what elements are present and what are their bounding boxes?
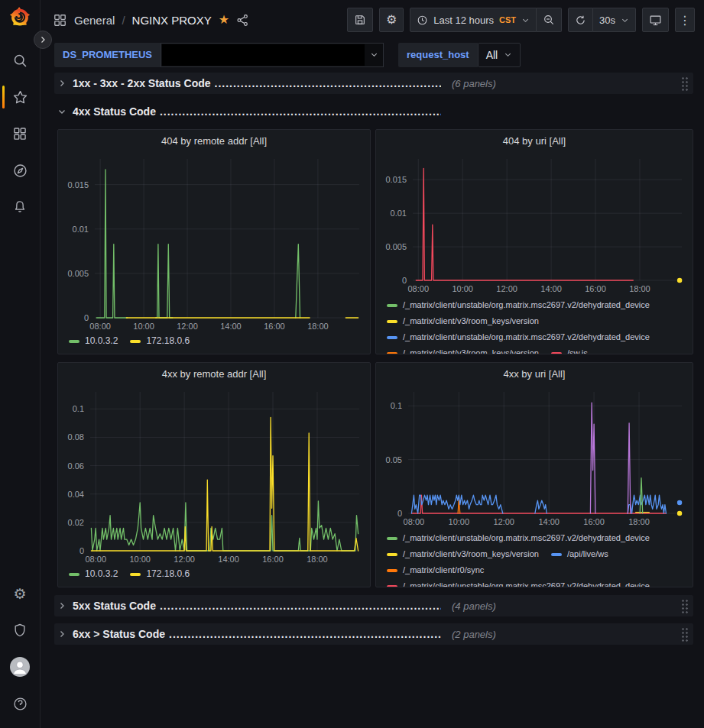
breadcrumb-separator: / (122, 14, 125, 27)
svg-text:08:00: 08:00 (407, 284, 429, 293)
row-drag-handle[interactable] (681, 627, 689, 642)
chevron-down-icon (365, 50, 383, 59)
star-icon (12, 89, 28, 105)
legend-item[interactable]: /_matrix/client/unstable/org.matrix.msc2… (387, 530, 650, 546)
chart-area[interactable]: 08:0010:0012:0014:0016:0018:0000.0050.01… (58, 151, 370, 333)
dashboard-title[interactable]: NGINX PROXY (132, 14, 212, 27)
ds-prometheus-select[interactable] (161, 43, 384, 67)
legend-series-dash (387, 585, 397, 587)
sidebar-item-dashboards[interactable] (0, 115, 40, 152)
svg-text:18:00: 18:00 (307, 322, 329, 331)
legend-item[interactable]: /_matrix/client/unstable/org.matrix.msc2… (387, 329, 650, 345)
chart-area[interactable]: 08:0010:0012:0014:0016:0018:0000.050.1 (376, 384, 693, 529)
main-area: General / NGINX PROXY ★ ⚙ (41, 0, 704, 728)
monitor-icon (649, 14, 662, 27)
panel-title[interactable]: 404 by remote addr [All] (58, 130, 370, 151)
panel-title[interactable]: 4xx by uri [All] (376, 363, 693, 384)
timeseries-chart: 08:0010:0012:0014:0016:0018:0000.050.1 (379, 384, 689, 529)
sidebar-item-help[interactable] (0, 685, 40, 722)
variable-request-host: request_host All (398, 43, 521, 67)
apps-grid-icon (12, 126, 28, 141)
legend-item[interactable]: /api/live/ws (551, 546, 608, 562)
sidebar-item-server-admin[interactable] (0, 612, 40, 649)
legend-item[interactable]: 10.0.3.2 (69, 333, 118, 349)
legend-series-label: /_matrix/client/v3/room_keys/version (403, 546, 539, 562)
zoom-out-time-button[interactable] (537, 8, 562, 32)
row-title-group: 5xx Status Code ........................… (73, 600, 441, 612)
timeseries-chart: 08:0010:0012:0014:0016:0018:0000.0050.01… (61, 151, 367, 333)
panel-legend: 10.0.3.2172.18.0.6 (58, 333, 370, 354)
row-1xx-3xx-2xx[interactable]: 1xx - 3xx - 2xx Status Code ............… (54, 73, 693, 94)
legend-item[interactable]: /_matrix/client/v3/room_keys/version (387, 345, 539, 354)
chart-area[interactable]: 08:0010:0012:0014:0016:0018:0000.020.040… (58, 384, 370, 566)
grafana-logo[interactable] (9, 7, 31, 28)
save-dashboard-button[interactable] (347, 8, 373, 32)
sidebar-item-explore[interactable] (0, 152, 40, 189)
legend-item[interactable]: /_matrix/client/v3/room_keys/version (387, 546, 539, 562)
panel-legend: 10.0.3.2172.18.0.6 (58, 566, 370, 587)
legend-series-dash (387, 569, 397, 572)
svg-text:0: 0 (402, 276, 407, 285)
chart-area[interactable]: 08:0010:0012:0014:0016:0018:0000.0050.01… (376, 151, 693, 296)
row-panel-count: (6 panels) (452, 78, 496, 89)
avatar (10, 657, 30, 677)
svg-text:0.005: 0.005 (67, 269, 89, 278)
row-drag-handle[interactable] (681, 599, 689, 613)
legend-series-label: /_matrix/client/unstable/org.matrix.msc2… (403, 578, 650, 587)
legend-item[interactable]: /_matrix/client/v3/room_keys/version (387, 313, 539, 329)
panel-4xx-by-remote-addr: 4xx by remote addr [All] 08:0010:0012:00… (57, 362, 371, 587)
svg-text:0.015: 0.015 (67, 180, 89, 189)
svg-text:08:00: 08:00 (404, 517, 425, 526)
sidebar-item-starred[interactable] (0, 79, 40, 115)
refresh-button[interactable] (568, 8, 593, 32)
legend-item[interactable]: /sw.js (551, 345, 588, 354)
sidebar-item-search[interactable] (0, 42, 40, 79)
legend-item[interactable]: /_matrix/client/unstable/org.matrix.msc2… (387, 297, 650, 313)
legend-item[interactable]: 10.0.3.2 (69, 566, 118, 582)
svg-text:0.08: 0.08 (68, 432, 84, 442)
kiosk-mode-button[interactable] (642, 8, 669, 32)
request-host-value: All (486, 49, 498, 61)
row-6xx[interactable]: 6xx > Status Code ......................… (54, 623, 693, 645)
time-controls: Last 12 hours CST (410, 8, 562, 32)
favorite-star-icon[interactable]: ★ (219, 14, 229, 26)
legend-item[interactable]: 172.18.0.6 (130, 566, 190, 582)
legend-series-dash (69, 573, 79, 576)
kebab-icon: ⋮ (679, 13, 691, 28)
dashboard-settings-button[interactable]: ⚙ (379, 8, 404, 32)
chevron-right-icon (57, 79, 67, 88)
share-icon[interactable] (236, 14, 249, 27)
panel-title[interactable]: 4xx by remote addr [All] (58, 363, 370, 384)
row-4xx[interactable]: 4xx Status Code ........................… (54, 101, 693, 122)
time-range-picker[interactable]: Last 12 hours CST (410, 8, 537, 32)
legend-series-dash (387, 553, 397, 556)
timeseries-chart: 08:0010:0012:0014:0016:0018:0000.0050.01… (379, 151, 689, 296)
legend-item[interactable]: 172.18.0.6 (130, 333, 190, 349)
breadcrumb-folder[interactable]: General (74, 14, 115, 27)
apps-grid-icon (53, 13, 67, 28)
panel-title[interactable]: 404 by uri [All] (376, 130, 693, 151)
row-5xx[interactable]: 5xx Status Code ........................… (54, 595, 693, 616)
sidebar: ⚙ (0, 0, 41, 728)
svg-text:10:00: 10:00 (129, 555, 151, 564)
legend-series-dash (130, 340, 141, 343)
svg-text:14:00: 14:00 (218, 555, 239, 564)
svg-text:18:00: 18:00 (629, 284, 650, 293)
legend-item[interactable]: /_matrix/client/unstable/org.matrix.msc2… (387, 578, 650, 587)
row-drag-handle[interactable] (681, 76, 689, 91)
panel-legend: /_matrix/client/unstable/org.matrix.msc2… (376, 296, 693, 354)
sidebar-item-profile[interactable] (0, 649, 40, 685)
breadcrumb: General / NGINX PROXY ★ (53, 13, 249, 28)
request-host-select[interactable]: All (478, 43, 521, 67)
legend-item[interactable]: /_matrix/client/r0/sync (387, 562, 484, 578)
more-options-button[interactable]: ⋮ (675, 8, 695, 32)
sidebar-item-configuration[interactable]: ⚙ (0, 575, 40, 612)
svg-text:08:00: 08:00 (85, 555, 106, 564)
svg-text:14:00: 14:00 (538, 517, 560, 526)
refresh-interval-dropdown[interactable]: 30s (593, 8, 636, 32)
time-range-label: Last 12 hours (433, 15, 494, 26)
sidebar-item-alerting[interactable] (0, 189, 40, 225)
sidebar-expand-button[interactable] (34, 31, 52, 49)
legend-series-dash (387, 352, 397, 354)
variables-bar: DS_PROMETHEUS request_host All (41, 40, 704, 73)
